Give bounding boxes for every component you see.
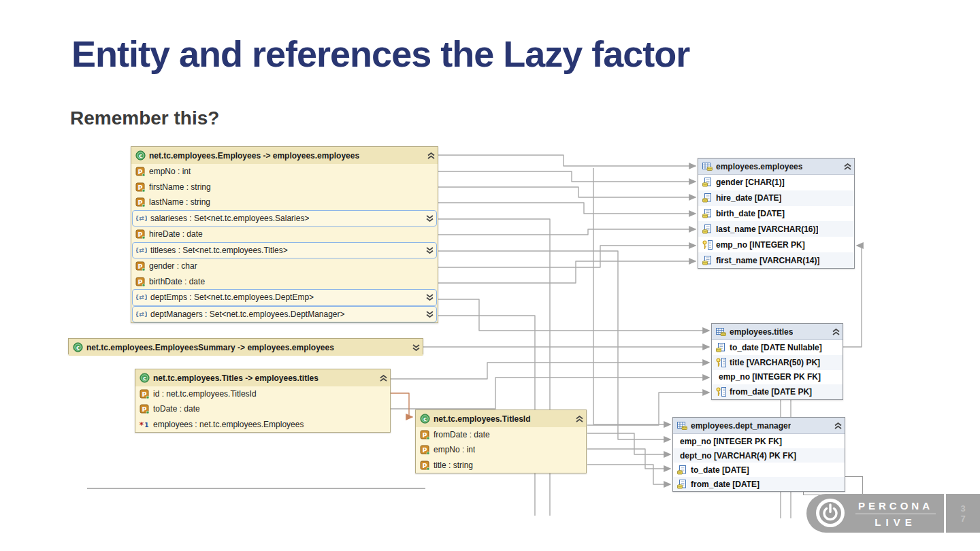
employees-table[interactable]: employees.employeesgender [CHAR(1)]hire_… xyxy=(698,158,855,269)
column-icon xyxy=(702,209,713,218)
titles-entity-header[interactable]: cnet.tc.employees.Titles -> employees.ti… xyxy=(135,369,390,386)
column-icon xyxy=(676,465,687,475)
field-text: id : net.tc.employees.TitlesId xyxy=(153,389,257,399)
field-row[interactable]: PhireDate : date xyxy=(131,227,438,242)
field-text: firstName : string xyxy=(149,182,211,192)
field-row[interactable]: last_name [VARCHAR(16)] xyxy=(698,221,854,237)
titles-table-header[interactable]: employees.titles xyxy=(712,324,843,340)
page-number-digit: 3 xyxy=(960,503,965,514)
collapse-chevron-icon[interactable] xyxy=(427,152,435,159)
field-row[interactable]: from_date [DATE] xyxy=(673,477,845,491)
collapse-chevron-icon[interactable] xyxy=(834,422,842,429)
svg-text:{⇄}: {⇄} xyxy=(136,311,147,318)
collapse-chevron-icon[interactable] xyxy=(380,375,387,382)
class-icon: c xyxy=(135,151,146,161)
class-icon: c xyxy=(72,343,83,352)
field-text: salarieses : Set<net.tc.employees.Salari… xyxy=(150,214,309,223)
dept-manager-table[interactable]: employees.dept_manageremp_no [INTEGER PK… xyxy=(672,417,845,492)
titlesid-entity[interactable]: cnet.tc.employees.TitlesIdPfromDate : da… xyxy=(415,410,587,473)
employees-entity[interactable]: cnet.tc.employees.Employees -> employees… xyxy=(131,146,438,323)
expand-chevron-icon[interactable] xyxy=(426,247,434,254)
field-row[interactable]: gender [CHAR(1)] xyxy=(698,175,854,190)
svg-text:P: P xyxy=(138,168,143,176)
field-text: gender [CHAR(1)] xyxy=(716,178,785,187)
field-text: from_date [DATE PK] xyxy=(730,387,812,397)
collapse-chevron-icon[interactable] xyxy=(844,163,851,170)
footer-bar: PERCONA LIVE 3 7 xyxy=(806,494,980,533)
collection-icon: {⇄} xyxy=(136,293,147,302)
field-row[interactable]: PfromDate : date xyxy=(416,427,586,442)
field-text: empNo : int xyxy=(434,445,475,454)
collapse-chevron-icon[interactable] xyxy=(832,329,840,335)
field-row[interactable]: PempNo : int xyxy=(131,164,438,180)
field-row[interactable]: {⇄}titleses : Set<net.tc.employees.Title… xyxy=(132,242,437,259)
dept-manager-table-header[interactable]: employees.dept_manager xyxy=(673,418,845,434)
field-row[interactable]: PbirthDate : date xyxy=(131,274,438,290)
page-number: 3 7 xyxy=(946,494,980,533)
field-row[interactable]: {⇄}salarieses : Set<net.tc.employees.Sal… xyxy=(132,210,437,227)
field-text: empNo : int xyxy=(149,167,191,176)
field-row[interactable]: emp_no [INTEGER PK] xyxy=(698,237,854,252)
field-row[interactable]: Ptitle : string xyxy=(416,458,586,473)
field-row[interactable]: emp_no [INTEGER PK FK] xyxy=(673,434,845,448)
field-row[interactable]: PtoDate : date xyxy=(135,401,390,416)
brand-name-line2: LIVE xyxy=(855,514,936,528)
box-title: net.tc.employees.Employees -> employees.… xyxy=(149,151,359,161)
property-icon: P xyxy=(135,167,146,176)
field-row[interactable]: hire_date [DATE] xyxy=(698,190,854,206)
svg-text:c: c xyxy=(76,344,79,351)
field-row[interactable]: emp_no [INTEGER PK FK] xyxy=(712,370,843,385)
field-row[interactable]: to_date [DATE] xyxy=(673,463,845,477)
svg-text:c: c xyxy=(142,375,146,382)
field-row[interactable]: *1employees : net.tc.employees.Employees xyxy=(135,417,390,432)
svg-text:{⇄}: {⇄} xyxy=(136,295,147,301)
field-text: birth_date [DATE] xyxy=(716,209,785,218)
field-row[interactable]: Pgender : char xyxy=(131,258,438,274)
collapse-chevron-icon[interactable] xyxy=(576,416,583,422)
svg-text:c: c xyxy=(138,152,142,159)
brand-name: PERCONA xyxy=(855,500,936,514)
expand-chevron-icon[interactable] xyxy=(426,294,434,301)
brand-wordmark: PERCONA LIVE xyxy=(855,500,936,528)
to-one-reference-icon: *1 xyxy=(139,420,150,429)
titles-entity[interactable]: cnet.tc.employees.Titles -> employees.ti… xyxy=(135,369,391,433)
field-row[interactable]: PempNo : int xyxy=(416,442,586,457)
property-icon: P xyxy=(419,430,430,439)
field-row[interactable]: title [VARCHAR(50) PK] xyxy=(712,355,843,370)
field-row[interactable]: first_name [VARCHAR(14)] xyxy=(698,252,854,268)
expand-chevron-icon[interactable] xyxy=(426,215,434,222)
field-text: hire_date [DATE] xyxy=(716,193,781,203)
svg-text:*: * xyxy=(140,420,144,429)
employees-summary-entity[interactable]: cnet.tc.employees.EmployeesSummary -> em… xyxy=(68,338,423,354)
svg-text:{⇄}: {⇄} xyxy=(136,247,147,254)
titles-table[interactable]: employees.titlesto_date [DATE Nullable]t… xyxy=(711,323,843,400)
field-text: deptEmps : Set<net.tc.employees.DeptEmp> xyxy=(150,293,314,302)
field-text: hireDate : date xyxy=(149,229,203,239)
field-text: birthDate : date xyxy=(149,277,205,286)
expand-chevron-icon[interactable] xyxy=(412,344,420,351)
employees-table-header[interactable]: employees.employees xyxy=(698,158,854,175)
percona-live-logo: PERCONA LIVE xyxy=(806,494,944,533)
field-text: last_name [VARCHAR(16)] xyxy=(716,224,818,234)
field-row[interactable]: PfirstName : string xyxy=(131,180,438,195)
employees-entity-header[interactable]: cnet.tc.employees.Employees -> employees… xyxy=(131,147,438,164)
field-row[interactable]: Pid : net.tc.employees.TitlesId xyxy=(135,386,390,401)
property-icon: P xyxy=(419,445,430,454)
field-row[interactable]: dept_no [VARCHAR(4) PK FK] xyxy=(673,448,845,463)
key-column-icon xyxy=(702,240,713,250)
titlesid-entity-header[interactable]: cnet.tc.employees.TitlesId xyxy=(416,410,586,427)
field-text: dept_no [VARCHAR(4) PK FK] xyxy=(680,451,796,461)
expand-chevron-icon[interactable] xyxy=(426,311,434,318)
column-icon xyxy=(702,224,713,234)
field-row[interactable]: to_date [DATE Nullable] xyxy=(712,340,843,355)
field-row[interactable]: birth_date [DATE] xyxy=(698,206,854,222)
box-title: employees.dept_manager xyxy=(691,421,791,431)
field-row[interactable]: {⇄}deptEmps : Set<net.tc.employees.DeptE… xyxy=(132,289,437,306)
svg-text:P: P xyxy=(142,405,147,413)
property-icon: P xyxy=(139,389,150,399)
employees-summary-entity-header[interactable]: cnet.tc.employees.EmployeesSummary -> em… xyxy=(69,339,423,356)
field-row[interactable]: PlastName : string xyxy=(131,195,438,210)
field-row[interactable]: {⇄}deptManagers : Set<net.tc.employees.D… xyxy=(132,306,437,323)
field-row[interactable]: from_date [DATE PK] xyxy=(712,384,843,399)
key-column-icon xyxy=(715,358,726,367)
